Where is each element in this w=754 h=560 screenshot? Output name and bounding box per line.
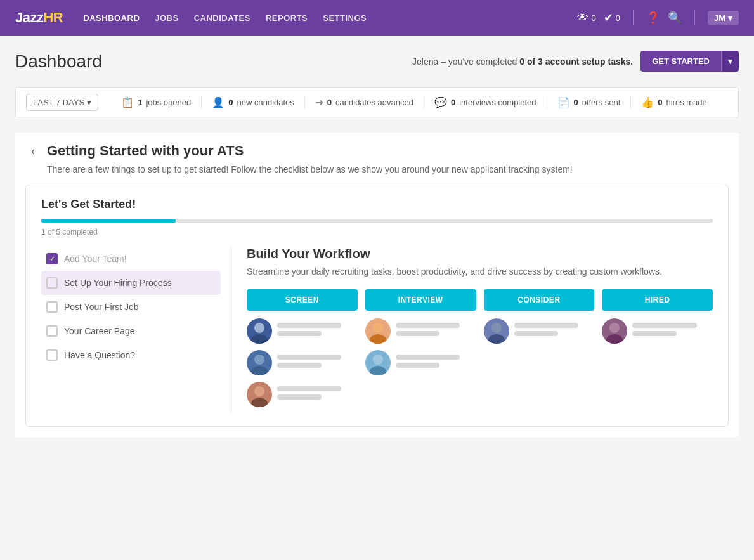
line — [277, 355, 341, 360]
check-count-group[interactable]: ✔ 0 — [604, 11, 620, 25]
help-icon[interactable]: ❓ — [646, 11, 660, 25]
card-title: Let's Get Started! — [41, 198, 713, 211]
workflow-subtitle: Streamline your daily recruiting tasks, … — [247, 266, 713, 277]
svg-point-3 — [251, 366, 268, 375]
advanced-icon: ➜ — [315, 96, 323, 108]
stat-offers: 📄 0 offers sent — [547, 96, 632, 108]
get-started-button[interactable]: GET STARTED — [640, 51, 721, 72]
interviews-label: interviews completed — [459, 98, 536, 107]
advanced-count: 0 — [327, 98, 332, 107]
svg-point-8 — [373, 355, 383, 365]
avatar-5 — [247, 350, 272, 375]
offers-count: 0 — [574, 98, 578, 107]
get-started-dropdown-button[interactable]: ▾ — [721, 51, 739, 72]
nav-dashboard[interactable]: DASHBOARD — [83, 13, 140, 23]
checklist-label-career-page: Your Career Page — [64, 326, 135, 336]
avatar-4 — [602, 318, 627, 344]
logo[interactable]: JazzHR — [15, 10, 63, 26]
stats-filter-label: LAST 7 DAYS — [33, 98, 84, 107]
line — [277, 363, 322, 368]
checklist-item-post-job[interactable]: Post Your First Job — [41, 295, 221, 319]
candidate-card-1 — [247, 318, 358, 344]
svg-point-2 — [254, 355, 264, 365]
stage-consider-button[interactable]: CONSIDER — [484, 289, 595, 311]
get-started-btn-group: GET STARTED ▾ — [640, 51, 739, 72]
getting-started-header: ‹ Getting Started with your ATS — [15, 133, 739, 164]
svg-point-10 — [491, 323, 502, 333]
nav-jobs[interactable]: JOBS — [155, 13, 178, 23]
candidates-count: 0 — [228, 98, 233, 107]
svg-point-0 — [254, 323, 264, 333]
nav-divider — [633, 10, 634, 25]
nav-right: 👁 0 ✔ 0 ❓ 🔍 JM ▾ — [577, 10, 739, 25]
page-title: Dashboard — [15, 51, 102, 72]
interviews-count: 0 — [451, 98, 455, 107]
jobs-count: 1 — [138, 98, 142, 107]
checklist-item-question[interactable]: Have a Question? — [41, 343, 221, 367]
candidate-lines-2 — [396, 323, 476, 339]
stat-new-candidates: 👤 0 new candidates — [202, 96, 305, 108]
line — [277, 323, 341, 328]
svg-point-6 — [373, 323, 383, 333]
checkbox-career-page — [46, 325, 58, 337]
candidate-lines-7 — [277, 386, 358, 403]
candidate-card-4 — [602, 318, 713, 344]
eye-icon: 👁 — [577, 11, 588, 25]
check-count: 0 — [616, 13, 620, 23]
getting-started-title: Getting Started with your ATS — [47, 143, 244, 159]
checkbox-post-job — [46, 301, 58, 313]
stage-interview-button[interactable]: INTERVIEW — [365, 289, 476, 311]
line — [396, 355, 460, 360]
workflow-panel: Build Your Workflow Streamline your dail… — [231, 247, 713, 413]
workflow-columns: SCREEN — [247, 289, 713, 413]
search-icon[interactable]: 🔍 — [668, 11, 682, 25]
stage-hired-button[interactable]: HIRED — [602, 289, 713, 311]
candidate-card-7 — [247, 382, 358, 407]
line — [514, 331, 559, 336]
candidate-lines-6 — [396, 355, 476, 371]
getting-started-subtitle: There are a few things to set up to get … — [15, 164, 739, 174]
line — [277, 394, 322, 400]
checklist-item-hiring-process[interactable]: Set Up Your Hiring Process — [41, 271, 221, 295]
hires-label: hires made — [666, 98, 707, 107]
nav-settings[interactable]: SETTINGS — [323, 13, 367, 23]
chevron-down-icon: ▾ — [87, 98, 91, 107]
checklist-item-add-team[interactable]: ✓ Add Your Team! — [41, 247, 221, 271]
checkbox-question — [46, 349, 58, 361]
nav-reports[interactable]: REPORTS — [266, 13, 308, 23]
nav-links: DASHBOARD JOBS CANDIDATES REPORTS SETTIN… — [83, 13, 577, 23]
line — [277, 331, 322, 336]
checklist-item-career-page[interactable]: Your Career Page — [41, 319, 221, 343]
stat-hires: 👍 0 hires made — [631, 96, 717, 108]
setup-message: Jelena – you've completed 0 of 3 account… — [412, 56, 633, 67]
avatar-6 — [365, 350, 391, 375]
interviews-icon: 💬 — [434, 96, 447, 108]
candidate-lines-5 — [277, 355, 358, 371]
stage-screen-button[interactable]: SCREEN — [247, 289, 358, 311]
chevron-down-icon: ▾ — [728, 13, 732, 23]
nav-candidates[interactable]: CANDIDATES — [194, 13, 250, 23]
stats-bar: LAST 7 DAYS ▾ 📋 1 jobs opened 👤 0 new ca… — [15, 87, 739, 117]
checklist-label-hiring-process: Set Up Your Hiring Process — [64, 278, 172, 288]
stat-interviews: 💬 0 interviews completed — [424, 96, 547, 108]
progress-bar-fill — [41, 219, 176, 223]
avatar-2 — [365, 318, 391, 344]
candidate-lines-1 — [277, 323, 358, 339]
workflow-col-consider: CONSIDER — [484, 289, 595, 413]
workflow-col-screen: SCREEN — [247, 289, 358, 413]
svg-point-13 — [606, 334, 623, 344]
jobs-icon: 📋 — [121, 96, 134, 108]
progress-card: Let's Get Started! 1 of 5 completed ✓ Ad… — [25, 185, 729, 427]
stats-filter-button[interactable]: LAST 7 DAYS ▾ — [26, 94, 98, 111]
svg-point-11 — [488, 334, 505, 344]
candidate-lines-3 — [514, 323, 595, 339]
user-menu-button[interactable]: JM ▾ — [708, 11, 739, 25]
line — [396, 331, 440, 336]
line — [396, 363, 440, 368]
svg-point-7 — [370, 334, 386, 344]
offers-label: offers sent — [582, 98, 620, 107]
watch-count-group[interactable]: 👁 0 — [577, 11, 595, 25]
hires-icon: 👍 — [641, 96, 654, 108]
candidate-card-2 — [365, 318, 476, 344]
collapse-button[interactable]: ‹ — [25, 143, 41, 159]
